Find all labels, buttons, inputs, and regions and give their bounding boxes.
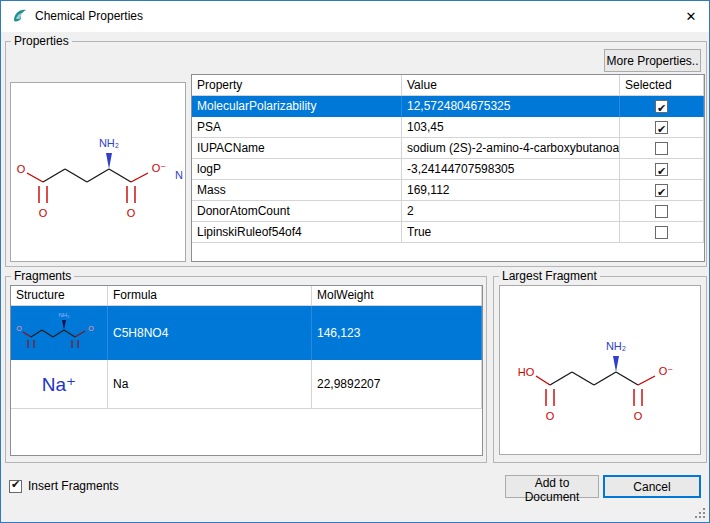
more-properties-button[interactable]: More Properties..: [604, 49, 701, 72]
property-cell: DonorAtomCount: [192, 201, 402, 222]
window-title: Chemical Properties: [35, 1, 143, 31]
value-cell: 2: [402, 201, 620, 222]
formula-cell: C5H8NO4: [108, 306, 312, 360]
glutamate-molecule-icon: O O NH₂ O O⁻ N: [11, 83, 185, 261]
chemical-properties-dialog: Chemical Properties ✕ Properties More Pr…: [0, 0, 710, 523]
oxygen-label: O: [17, 163, 26, 175]
selected-cell: [620, 96, 704, 117]
insert-fragments-option[interactable]: Insert Fragments: [9, 479, 119, 493]
property-cell: LipinskiRuleof54of4: [192, 222, 402, 243]
fragments-group-label: Fragments: [11, 269, 74, 283]
table-row[interactable]: IUPACName sodium (2S)-2-amino-4-carboxyb…: [192, 138, 704, 159]
selected-cell: [620, 201, 704, 222]
oxygen-label: O: [88, 325, 94, 332]
oxygen-anion-label: O⁻: [659, 365, 674, 377]
fragments-group: Fragments Structure Formula MolWeight O: [5, 276, 487, 463]
amine-label: NH₂: [99, 137, 119, 149]
table-row[interactable]: logP -3,24144707598305: [192, 159, 704, 180]
oxygen-anion-label: O⁻: [152, 162, 167, 174]
property-cell: MolecularPolarizability: [192, 96, 402, 117]
property-cell: IUPACName: [192, 138, 402, 159]
cancel-button[interactable]: Cancel: [603, 475, 701, 498]
column-header-structure[interactable]: Structure: [11, 286, 108, 306]
value-cell: sodium (2S)-2-amino-4-carboxybutanoate: [402, 138, 620, 159]
property-cell: PSA: [192, 117, 402, 138]
insert-fragments-label: Insert Fragments: [28, 479, 119, 493]
selected-cell: [620, 180, 704, 201]
selected-checkbox[interactable]: [655, 100, 668, 113]
properties-table-header: Property Value Selected: [192, 75, 704, 96]
table-row[interactable]: DonorAtomCount 2: [192, 201, 704, 222]
selected-cell: [620, 138, 704, 159]
amine-label: NH₂: [59, 312, 71, 318]
column-header-formula[interactable]: Formula: [108, 286, 312, 306]
sodium-partial-label: N: [175, 169, 183, 181]
selected-checkbox[interactable]: [655, 205, 668, 218]
titlebar[interactable]: Chemical Properties ✕: [1, 1, 709, 32]
insert-fragments-checkbox[interactable]: [9, 480, 22, 493]
add-to-document-button[interactable]: Add to Document: [505, 475, 599, 498]
molweight-cell: 22,9892207: [312, 360, 482, 409]
amine-label: NH₂: [606, 340, 626, 352]
hydroxyl-label: HO: [518, 366, 535, 378]
fragment-row[interactable]: O NH₂ O: [11, 306, 482, 360]
selected-cell: [620, 117, 704, 138]
close-button[interactable]: ✕: [673, 1, 709, 31]
largest-fragment-group: Largest Fragment HO O NH₂ O O⁻: [493, 276, 707, 463]
largest-fragment-panel: HO O NH₂ O O⁻: [499, 285, 701, 455]
selected-checkbox[interactable]: [655, 163, 668, 176]
selected-cell: [620, 159, 704, 180]
property-cell: logP: [192, 159, 402, 180]
properties-group: Properties More Properties.. O O NH₂ O: [5, 41, 707, 267]
selected-checkbox[interactable]: [655, 142, 668, 155]
oxygen-label: O: [127, 207, 136, 219]
close-icon: ✕: [686, 9, 697, 24]
table-row[interactable]: Mass 169,112: [192, 180, 704, 201]
oxygen-label: O: [634, 410, 643, 422]
glutamic-acid-molecule-icon: HO O NH₂ O O⁻: [500, 286, 700, 454]
value-cell: -3,24144707598305: [402, 159, 620, 180]
table-row[interactable]: LipinskiRuleof54of4 True: [192, 222, 704, 243]
fragments-table: Structure Formula MolWeight O NH₂: [10, 285, 483, 456]
oxygen-label: O: [16, 325, 22, 332]
column-header-molweight[interactable]: MolWeight: [312, 286, 482, 306]
selected-checkbox[interactable]: [655, 121, 668, 134]
structure-cell: O NH₂ O: [11, 306, 108, 360]
largest-fragment-group-label: Largest Fragment: [499, 269, 600, 283]
structure-cell: Na⁺: [11, 360, 108, 409]
app-icon: [11, 7, 29, 25]
glutamate-fragment-icon: O NH₂ O: [11, 306, 107, 359]
properties-group-label: Properties: [11, 34, 72, 48]
column-header-property[interactable]: Property: [192, 75, 402, 96]
fragment-row[interactable]: Na⁺ Na 22,9892207: [11, 360, 482, 409]
selected-checkbox[interactable]: [655, 226, 668, 239]
value-cell: True: [402, 222, 620, 243]
property-cell: Mass: [192, 180, 402, 201]
value-cell: 103,45: [402, 117, 620, 138]
oxygen-label: O: [39, 207, 48, 219]
molecule-preview-panel: O O NH₂ O O⁻ N: [10, 82, 186, 262]
value-cell: 12,5724804675325: [402, 96, 620, 117]
selected-cell: [620, 222, 704, 243]
value-cell: 169,112: [402, 180, 620, 201]
molweight-cell: 146,123: [312, 306, 482, 360]
resize-grip-icon[interactable]: [694, 507, 706, 519]
table-row[interactable]: PSA 103,45: [192, 117, 704, 138]
table-row[interactable]: MolecularPolarizability 12,5724804675325: [192, 96, 704, 117]
properties-table: Property Value Selected MolecularPolariz…: [191, 74, 705, 262]
column-header-value[interactable]: Value: [402, 75, 620, 96]
selected-checkbox[interactable]: [655, 184, 668, 197]
oxygen-label: O: [546, 410, 555, 422]
fragments-table-header: Structure Formula MolWeight: [11, 286, 482, 306]
formula-cell: Na: [108, 360, 312, 409]
sodium-ion-label: Na⁺: [11, 373, 107, 396]
column-header-selected[interactable]: Selected: [620, 75, 704, 96]
